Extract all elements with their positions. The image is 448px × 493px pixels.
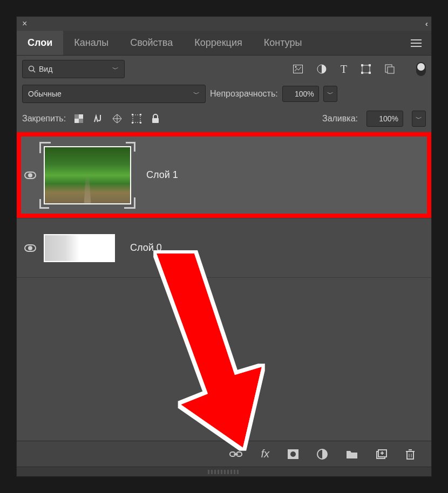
svg-rect-17 [140, 114, 141, 115]
lock-image-icon[interactable] [93, 114, 103, 124]
svg-rect-16 [132, 114, 133, 115]
blend-row: Обычные ﹀ Непрозрачность: 100% ﹀ [17, 83, 431, 107]
svg-rect-6 [361, 64, 363, 66]
opacity-value: 100% [295, 90, 314, 98]
new-layer-icon[interactable] [376, 449, 387, 459]
chevron-down-icon: ﹀ [112, 65, 119, 74]
filter-type-icons: T [293, 63, 395, 76]
svg-rect-7 [369, 64, 371, 66]
panel-titlebar: × ‹‹ [17, 17, 431, 31]
filter-toggle[interactable] [416, 62, 426, 76]
svg-point-3 [295, 66, 296, 68]
lock-label: Закрепить: [22, 114, 66, 124]
tab-properties[interactable]: Свойства [119, 31, 184, 55]
fill-input[interactable]: 100% [366, 111, 403, 127]
filter-kind-select[interactable]: Вид ﹀ [22, 60, 125, 78]
filter-type-icon[interactable]: T [341, 63, 347, 76]
lock-transparent-icon[interactable] [74, 114, 83, 123]
svg-rect-2 [293, 65, 302, 73]
svg-rect-11 [388, 67, 394, 73]
lock-position-icon[interactable] [112, 114, 122, 124]
filter-kind-label: Вид [39, 65, 52, 73]
opacity-dropdown[interactable]: ﹀ [323, 86, 337, 102]
filter-adjustment-icon[interactable] [317, 64, 327, 74]
delete-layer-icon[interactable] [405, 449, 415, 460]
layer-row[interactable]: Слой 1 [17, 132, 431, 218]
panel-body: Вид ﹀ T [17, 56, 431, 476]
blend-mode-value: Обычные [28, 90, 62, 98]
layer-thumbnail[interactable] [44, 234, 115, 262]
collapse-icon[interactable]: ‹‹ [425, 19, 426, 28]
lock-artboard-icon[interactable] [132, 114, 141, 124]
filter-row: Вид ﹀ T [17, 56, 431, 83]
layer-row[interactable]: Слой 0 [17, 218, 431, 278]
lock-row: Закрепить: Заливка: [17, 107, 431, 132]
tab-adjustments[interactable]: Коррекция [184, 31, 253, 55]
fill-value: 100% [379, 114, 398, 123]
filter-smartobject-icon[interactable] [385, 64, 395, 74]
layers-bottom-toolbar: fx [17, 441, 431, 467]
layers-panel: × ‹‹ Слои Каналы Свойства Коррекция Конт… [16, 16, 432, 477]
opacity-label: Непрозрачность: [210, 89, 278, 99]
svg-rect-8 [361, 72, 363, 74]
svg-point-0 [29, 66, 34, 71]
fill-label: Заливка: [322, 114, 358, 124]
panel-resize-grip[interactable] [17, 467, 431, 476]
blend-mode-select[interactable]: Обычные ﹀ [22, 85, 206, 103]
svg-rect-18 [132, 122, 133, 124]
svg-rect-20 [152, 118, 159, 123]
layer-thumbnail[interactable] [44, 146, 131, 204]
visibility-eye-icon[interactable] [24, 172, 36, 179]
close-icon[interactable]: × [22, 19, 27, 29]
fill-dropdown[interactable]: ﹀ [412, 111, 426, 127]
svg-line-1 [33, 71, 36, 73]
svg-rect-5 [362, 65, 370, 73]
lock-all-icon[interactable] [151, 114, 160, 124]
add-adjustment-icon[interactable] [317, 449, 328, 460]
add-mask-icon[interactable] [288, 449, 298, 459]
svg-rect-14 [79, 119, 83, 123]
filter-shape-icon[interactable] [361, 64, 371, 74]
new-group-icon[interactable] [346, 449, 358, 459]
filter-pixel-icon[interactable] [293, 65, 303, 73]
tab-layers[interactable]: Слои [17, 31, 63, 55]
svg-rect-30 [407, 451, 413, 459]
tab-paths[interactable]: Контуры [253, 31, 313, 55]
layer-fx-icon[interactable]: fx [261, 448, 269, 460]
link-layers-icon[interactable] [229, 450, 242, 458]
svg-rect-13 [74, 114, 79, 119]
tab-channels[interactable]: Каналы [63, 31, 119, 55]
panel-menu-icon[interactable] [406, 39, 426, 47]
layer-name[interactable]: Слой 1 [146, 169, 178, 181]
layers-list: Слой 1 Слой 0 [17, 132, 431, 441]
layer-name[interactable]: Слой 0 [130, 242, 162, 254]
opacity-input[interactable]: 100% [282, 86, 319, 102]
svg-rect-19 [140, 122, 141, 124]
chevron-down-icon: ﹀ [193, 90, 200, 99]
panel-tabs: Слои Каналы Свойства Коррекция Контуры [17, 31, 431, 56]
svg-rect-9 [369, 72, 371, 74]
svg-point-25 [290, 451, 296, 457]
svg-rect-15 [133, 115, 140, 122]
visibility-eye-icon[interactable] [24, 244, 36, 252]
